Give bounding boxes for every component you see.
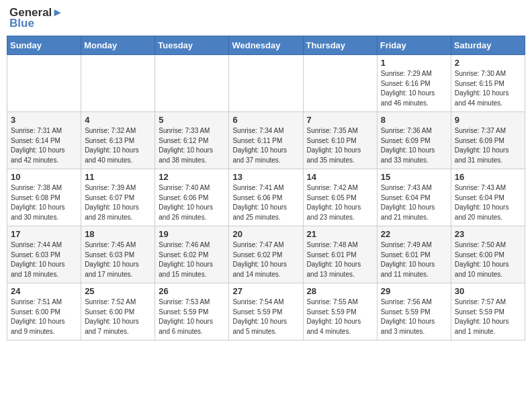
calendar-day-6: 6Sunrise: 7:34 AM Sunset: 6:11 PM Daylig…: [229, 112, 303, 169]
day-number: 17: [11, 229, 77, 239]
calendar-day-16: 16Sunrise: 7:43 AM Sunset: 6:04 PM Dayli…: [451, 169, 525, 226]
day-info: Sunrise: 7:47 AM Sunset: 6:02 PM Dayligh…: [232, 240, 299, 279]
day-info: Sunrise: 7:54 AM Sunset: 5:59 PM Dayligh…: [232, 298, 299, 336]
day-info: Sunrise: 7:52 AM Sunset: 6:00 PM Dayligh…: [85, 298, 151, 336]
calendar-day-24: 24Sunrise: 7:51 AM Sunset: 6:00 PM Dayli…: [7, 283, 81, 340]
day-number: 21: [307, 229, 373, 239]
day-info: Sunrise: 7:40 AM Sunset: 6:06 PM Dayligh…: [159, 183, 225, 222]
logo: General► Blue: [9, 7, 63, 30]
day-info: Sunrise: 7:41 AM Sunset: 6:06 PM Dayligh…: [232, 183, 299, 222]
calendar-day-15: 15Sunrise: 7:43 AM Sunset: 6:04 PM Dayli…: [377, 169, 451, 226]
col-header-sunday: Sunday: [7, 36, 81, 55]
day-number: 28: [307, 286, 373, 296]
calendar-day-9: 9Sunrise: 7:37 AM Sunset: 6:09 PM Daylig…: [451, 112, 525, 169]
calendar-day-2: 2Sunrise: 7:30 AM Sunset: 6:15 PM Daylig…: [451, 55, 525, 112]
day-info: Sunrise: 7:49 AM Sunset: 6:01 PM Dayligh…: [381, 240, 447, 279]
day-number: 13: [232, 172, 299, 182]
calendar-week-1: 1Sunrise: 7:29 AM Sunset: 6:16 PM Daylig…: [7, 55, 525, 112]
calendar-day-13: 13Sunrise: 7:41 AM Sunset: 6:06 PM Dayli…: [229, 169, 303, 226]
day-info: Sunrise: 7:55 AM Sunset: 5:59 PM Dayligh…: [307, 298, 373, 336]
day-number: 7: [307, 115, 373, 125]
calendar-day-11: 11Sunrise: 7:39 AM Sunset: 6:07 PM Dayli…: [81, 169, 155, 226]
col-header-friday: Friday: [377, 36, 451, 55]
calendar-day-8: 8Sunrise: 7:36 AM Sunset: 6:09 PM Daylig…: [377, 112, 451, 169]
col-header-monday: Monday: [81, 36, 155, 55]
calendar-day-10: 10Sunrise: 7:38 AM Sunset: 6:08 PM Dayli…: [7, 169, 81, 226]
day-number: 3: [11, 115, 77, 125]
calendar-week-3: 10Sunrise: 7:38 AM Sunset: 6:08 PM Dayli…: [7, 169, 525, 226]
day-number: 11: [85, 172, 151, 182]
calendar-day-7: 7Sunrise: 7:35 AM Sunset: 6:10 PM Daylig…: [303, 112, 377, 169]
day-number: 14: [307, 172, 373, 182]
day-number: 22: [381, 229, 447, 239]
col-header-thursday: Thursday: [303, 36, 377, 55]
day-number: 29: [381, 286, 447, 296]
calendar-week-4: 17Sunrise: 7:44 AM Sunset: 6:03 PM Dayli…: [7, 226, 525, 283]
day-info: Sunrise: 7:48 AM Sunset: 6:01 PM Dayligh…: [307, 240, 373, 279]
day-info: Sunrise: 7:51 AM Sunset: 6:00 PM Dayligh…: [11, 298, 77, 336]
day-number: 4: [85, 115, 151, 125]
day-number: 19: [159, 229, 225, 239]
day-number: 20: [232, 229, 299, 239]
calendar-day-20: 20Sunrise: 7:47 AM Sunset: 6:02 PM Dayli…: [229, 226, 303, 283]
day-number: 26: [159, 286, 225, 296]
day-number: 25: [85, 286, 151, 296]
day-info: Sunrise: 7:57 AM Sunset: 5:59 PM Dayligh…: [455, 298, 521, 336]
calendar-day-4: 4Sunrise: 7:32 AM Sunset: 6:13 PM Daylig…: [81, 112, 155, 169]
day-info: Sunrise: 7:34 AM Sunset: 6:11 PM Dayligh…: [232, 126, 299, 165]
day-number: 23: [455, 229, 521, 239]
day-info: Sunrise: 7:39 AM Sunset: 6:07 PM Dayligh…: [85, 183, 151, 222]
day-info: Sunrise: 7:56 AM Sunset: 5:59 PM Dayligh…: [381, 298, 447, 336]
day-number: 12: [159, 172, 225, 182]
day-number: 8: [381, 115, 447, 125]
day-number: 10: [11, 172, 77, 182]
empty-cell: [7, 55, 81, 112]
calendar-day-22: 22Sunrise: 7:49 AM Sunset: 6:01 PM Dayli…: [377, 226, 451, 283]
calendar-day-14: 14Sunrise: 7:42 AM Sunset: 6:05 PM Dayli…: [303, 169, 377, 226]
day-info: Sunrise: 7:31 AM Sunset: 6:14 PM Dayligh…: [11, 126, 77, 165]
day-number: 5: [159, 115, 225, 125]
calendar-day-5: 5Sunrise: 7:33 AM Sunset: 6:12 PM Daylig…: [155, 112, 229, 169]
calendar-day-12: 12Sunrise: 7:40 AM Sunset: 6:06 PM Dayli…: [155, 169, 229, 226]
day-info: Sunrise: 7:37 AM Sunset: 6:09 PM Dayligh…: [455, 126, 521, 165]
day-info: Sunrise: 7:35 AM Sunset: 6:10 PM Dayligh…: [307, 126, 373, 165]
col-header-wednesday: Wednesday: [229, 36, 303, 55]
calendar-day-26: 26Sunrise: 7:53 AM Sunset: 5:59 PM Dayli…: [155, 283, 229, 340]
empty-cell: [229, 55, 303, 112]
day-number: 15: [381, 172, 447, 182]
calendar-day-3: 3Sunrise: 7:31 AM Sunset: 6:14 PM Daylig…: [7, 112, 81, 169]
calendar-day-29: 29Sunrise: 7:56 AM Sunset: 5:59 PM Dayli…: [377, 283, 451, 340]
logo-subtext: Blue: [9, 17, 34, 30]
day-number: 1: [381, 58, 447, 68]
empty-cell: [155, 55, 229, 112]
day-number: 27: [232, 286, 299, 296]
day-info: Sunrise: 7:50 AM Sunset: 6:00 PM Dayligh…: [455, 240, 521, 279]
empty-cell: [81, 55, 155, 112]
calendar-day-17: 17Sunrise: 7:44 AM Sunset: 6:03 PM Dayli…: [7, 226, 81, 283]
calendar-day-30: 30Sunrise: 7:57 AM Sunset: 5:59 PM Dayli…: [451, 283, 525, 340]
day-number: 9: [455, 115, 521, 125]
day-info: Sunrise: 7:33 AM Sunset: 6:12 PM Dayligh…: [159, 126, 225, 165]
calendar-week-5: 24Sunrise: 7:51 AM Sunset: 6:00 PM Dayli…: [7, 283, 525, 340]
calendar-day-25: 25Sunrise: 7:52 AM Sunset: 6:00 PM Dayli…: [81, 283, 155, 340]
calendar-day-18: 18Sunrise: 7:45 AM Sunset: 6:03 PM Dayli…: [81, 226, 155, 283]
day-number: 30: [455, 286, 521, 296]
day-number: 18: [85, 229, 151, 239]
calendar-header-row: SundayMondayTuesdayWednesdayThursdayFrid…: [7, 36, 525, 55]
day-info: Sunrise: 7:43 AM Sunset: 6:04 PM Dayligh…: [381, 183, 447, 222]
col-header-tuesday: Tuesday: [155, 36, 229, 55]
day-info: Sunrise: 7:43 AM Sunset: 6:04 PM Dayligh…: [455, 183, 521, 222]
day-number: 6: [232, 115, 299, 125]
empty-cell: [303, 55, 377, 112]
calendar-table: SundayMondayTuesdayWednesdayThursdayFrid…: [7, 36, 525, 340]
day-info: Sunrise: 7:46 AM Sunset: 6:02 PM Dayligh…: [159, 240, 225, 279]
calendar-day-21: 21Sunrise: 7:48 AM Sunset: 6:01 PM Dayli…: [303, 226, 377, 283]
col-header-saturday: Saturday: [451, 36, 525, 55]
calendar-day-1: 1Sunrise: 7:29 AM Sunset: 6:16 PM Daylig…: [377, 55, 451, 112]
day-number: 2: [455, 58, 521, 68]
day-info: Sunrise: 7:29 AM Sunset: 6:16 PM Dayligh…: [381, 69, 447, 108]
page-header: General► Blue: [7, 7, 525, 30]
calendar-day-28: 28Sunrise: 7:55 AM Sunset: 5:59 PM Dayli…: [303, 283, 377, 340]
day-info: Sunrise: 7:44 AM Sunset: 6:03 PM Dayligh…: [11, 240, 77, 279]
day-info: Sunrise: 7:42 AM Sunset: 6:05 PM Dayligh…: [307, 183, 373, 222]
